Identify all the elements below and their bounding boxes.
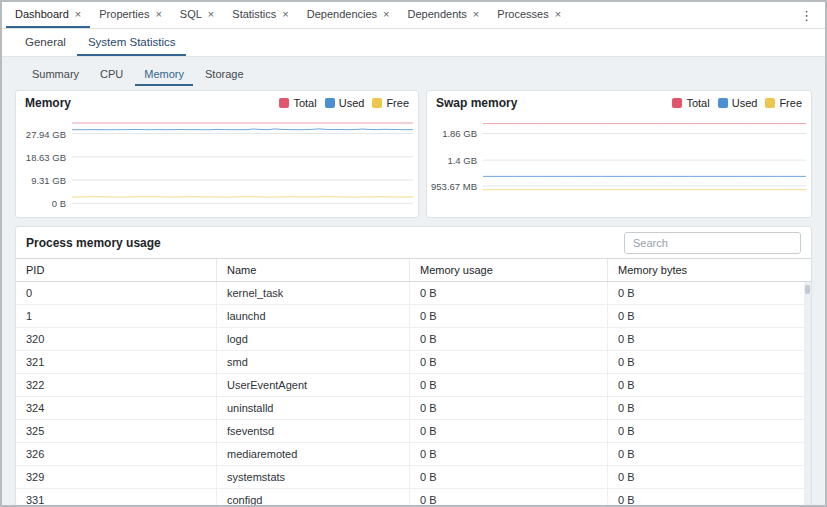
legend-label: Used bbox=[339, 97, 365, 109]
legend-item-free: Free bbox=[372, 97, 409, 109]
subtab-general[interactable]: General bbox=[14, 29, 77, 56]
search-input[interactable] bbox=[624, 232, 801, 254]
tab-label: Dashboard bbox=[15, 8, 69, 20]
swap-memory-chart-plot bbox=[483, 112, 806, 210]
table-cell: mediaremoted bbox=[217, 443, 410, 465]
table-row[interactable]: 321smd0 B0 B bbox=[16, 351, 811, 374]
tab-label: Statistics bbox=[232, 8, 276, 20]
stat-tab-storage[interactable]: Storage bbox=[196, 64, 253, 86]
total-swatch bbox=[279, 98, 289, 108]
table-row[interactable]: 325fseventsd0 B0 B bbox=[16, 420, 811, 443]
close-icon[interactable]: × bbox=[282, 9, 288, 20]
table-row[interactable]: 331configd0 B0 B bbox=[16, 489, 811, 507]
memory-chart-plot bbox=[72, 112, 413, 210]
total-swatch bbox=[672, 98, 682, 108]
legend-label: Used bbox=[732, 97, 758, 109]
memory-chart-legend: TotalUsedFree bbox=[279, 97, 409, 109]
legend-label: Total bbox=[686, 97, 709, 109]
memory-chart-panel: Memory TotalUsedFree 27.94 GB18.63 GB9.3… bbox=[15, 90, 419, 218]
table-cell: 0 B bbox=[608, 397, 811, 419]
subtab-system-statistics[interactable]: System Statistics bbox=[77, 29, 187, 56]
table-cell: 0 B bbox=[608, 374, 811, 396]
close-icon[interactable]: × bbox=[383, 9, 389, 20]
table-cell: 0 B bbox=[608, 466, 811, 488]
kebab-menu-icon[interactable]: ⋮ bbox=[788, 2, 825, 28]
main-tabbar: Dashboard×Properties×SQL×Statistics×Depe… bbox=[2, 2, 825, 29]
table-cell: uninstalld bbox=[217, 397, 410, 419]
table-cell: fseventsd bbox=[217, 420, 410, 442]
used-swatch bbox=[718, 98, 728, 108]
swap-memory-chart-legend: TotalUsedFree bbox=[672, 97, 802, 109]
table-cell: 0 B bbox=[608, 282, 811, 304]
y-tick-label: 1.4 GB bbox=[447, 155, 477, 166]
table-cell: 0 B bbox=[608, 420, 811, 442]
process-table-body: 0kernel_task0 B0 B1launchd0 B0 B320logd0… bbox=[16, 282, 811, 507]
stat-tab-memory[interactable]: Memory bbox=[135, 64, 193, 86]
table-cell: kernel_task bbox=[217, 282, 410, 304]
table-cell: 0 B bbox=[608, 305, 811, 327]
table-cell: 0 B bbox=[410, 351, 608, 373]
table-cell: UserEventAgent bbox=[217, 374, 410, 396]
tab-label: Processes bbox=[497, 8, 548, 20]
table-cell: 331 bbox=[16, 489, 217, 507]
legend-item-free: Free bbox=[765, 97, 802, 109]
stat-tab-summary[interactable]: Summary bbox=[23, 64, 88, 86]
close-icon[interactable]: × bbox=[208, 9, 214, 20]
table-cell: 325 bbox=[16, 420, 217, 442]
tab-processes[interactable]: Processes× bbox=[488, 2, 570, 28]
tab-dependencies[interactable]: Dependencies× bbox=[298, 2, 399, 28]
tab-dashboard[interactable]: Dashboard× bbox=[6, 2, 90, 28]
close-icon[interactable]: × bbox=[75, 9, 81, 20]
legend-label: Free bbox=[779, 97, 802, 109]
table-row[interactable]: 326mediaremoted0 B0 B bbox=[16, 443, 811, 466]
column-header-pid[interactable]: PID bbox=[16, 259, 217, 281]
table-cell: 0 B bbox=[410, 420, 608, 442]
legend-item-used: Used bbox=[718, 97, 758, 109]
app-window: Dashboard×Properties×SQL×Statistics×Depe… bbox=[0, 0, 827, 507]
table-cell: 0 B bbox=[410, 397, 608, 419]
y-tick-label: 18.63 GB bbox=[26, 151, 66, 162]
close-icon[interactable]: × bbox=[155, 9, 161, 20]
memory-used-line bbox=[72, 129, 413, 130]
tab-dependents[interactable]: Dependents× bbox=[399, 2, 489, 28]
table-cell: 326 bbox=[16, 443, 217, 465]
table-row[interactable]: 0kernel_task0 B0 B bbox=[16, 282, 811, 305]
y-tick-label: 9.31 GB bbox=[31, 175, 66, 186]
legend-item-total: Total bbox=[672, 97, 709, 109]
table-cell: 0 B bbox=[410, 374, 608, 396]
table-row[interactable]: 322UserEventAgent0 B0 B bbox=[16, 374, 811, 397]
column-header-memory-usage[interactable]: Memory usage bbox=[410, 259, 608, 281]
scrollbar-thumb[interactable] bbox=[805, 285, 810, 294]
table-row[interactable]: 329systemstats0 B0 B bbox=[16, 466, 811, 489]
tab-statistics[interactable]: Statistics× bbox=[223, 2, 297, 28]
charts-row: Memory TotalUsedFree 27.94 GB18.63 GB9.3… bbox=[15, 90, 812, 218]
column-header-name[interactable]: Name bbox=[217, 259, 410, 281]
table-cell: 324 bbox=[16, 397, 217, 419]
process-table-title: Process memory usage bbox=[26, 236, 161, 250]
statistics-tabbar: SummaryCPUMemoryStorage bbox=[15, 57, 812, 86]
close-icon[interactable]: × bbox=[473, 9, 479, 20]
free-swatch bbox=[372, 98, 382, 108]
table-row[interactable]: 324uninstalld0 B0 B bbox=[16, 397, 811, 420]
legend-label: Total bbox=[293, 97, 316, 109]
memory-chart-yaxis: 27.94 GB18.63 GB9.31 GB0 B bbox=[16, 112, 72, 210]
process-table-header: PIDNameMemory usageMemory bytes bbox=[16, 258, 811, 282]
close-icon[interactable]: × bbox=[555, 9, 561, 20]
tab-sql[interactable]: SQL× bbox=[171, 2, 223, 28]
tab-label: Dependents bbox=[408, 8, 467, 20]
table-row[interactable]: 1launchd0 B0 B bbox=[16, 305, 811, 328]
table-cell: 0 B bbox=[410, 466, 608, 488]
column-header-memory-bytes[interactable]: Memory bytes bbox=[608, 259, 811, 281]
table-row[interactable]: 320logd0 B0 B bbox=[16, 328, 811, 351]
vertical-scrollbar[interactable] bbox=[804, 282, 811, 507]
system-statistics-content: SummaryCPUMemoryStorage Memory TotalUsed… bbox=[2, 57, 825, 505]
stat-tab-cpu[interactable]: CPU bbox=[91, 64, 132, 86]
free-swatch bbox=[765, 98, 775, 108]
table-cell: 0 B bbox=[608, 489, 811, 507]
table-cell: smd bbox=[217, 351, 410, 373]
legend-item-total: Total bbox=[279, 97, 316, 109]
tab-properties[interactable]: Properties× bbox=[90, 2, 171, 28]
y-tick-label: 953.67 MB bbox=[431, 181, 477, 192]
tab-label: SQL bbox=[180, 8, 202, 20]
table-cell: 329 bbox=[16, 466, 217, 488]
